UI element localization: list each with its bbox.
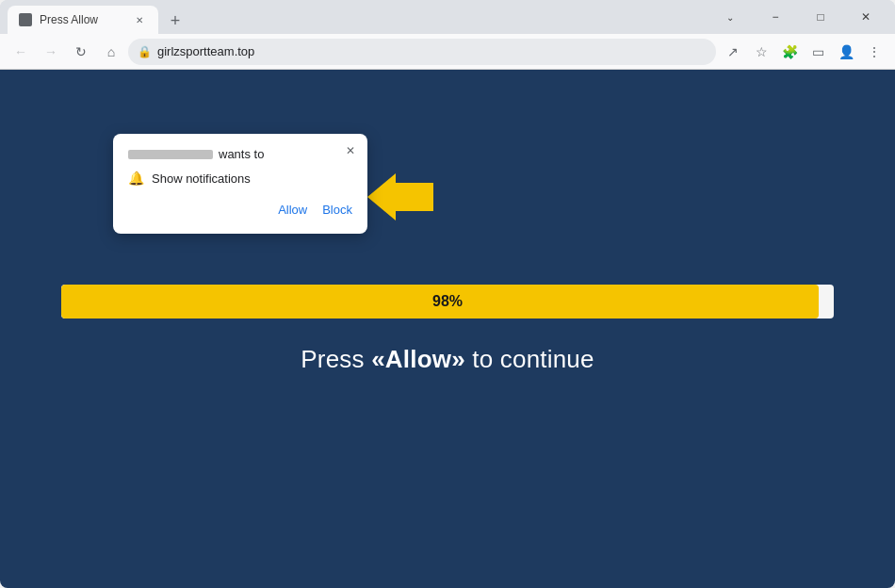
address-bar[interactable]: 🔒 girlzsportteam.top — [128, 39, 716, 65]
active-tab[interactable]: Press Allow ✕ — [8, 6, 158, 34]
lock-icon: 🔒 — [138, 45, 152, 58]
svg-marker-0 — [367, 173, 433, 220]
popup-close-button[interactable]: ✕ — [341, 141, 360, 160]
popup-site-name-redacted — [128, 150, 213, 159]
arrow-icon — [367, 173, 433, 220]
profile-button[interactable]: 👤 — [833, 39, 859, 65]
menu-button[interactable]: ⋮ — [861, 39, 887, 65]
sidebar-button[interactable]: ▭ — [805, 39, 831, 65]
window-controls: ⌄ − □ ✕ — [708, 2, 887, 32]
allow-button[interactable]: Allow — [278, 199, 307, 220]
permission-popup: ✕ wants to 🔔 Show notifications Allow Bl… — [113, 134, 367, 234]
progress-bar-container: 98% — [61, 285, 834, 318]
url-text: girlzsportteam.top — [157, 44, 707, 58]
browser-content: 98% Press «Allow» to continue ✕ wants to… — [0, 70, 895, 588]
bell-icon: 🔔 — [128, 171, 144, 186]
reload-button[interactable]: ↻ — [68, 39, 94, 65]
press-allow-instruction: Press «Allow» to continue — [301, 345, 594, 374]
popup-header: wants to — [128, 147, 352, 161]
toolbar-right: ↗ ☆ 🧩 ▭ 👤 ⋮ — [720, 39, 887, 65]
tab-close-button[interactable]: ✕ — [132, 12, 147, 27]
popup-notification-row: 🔔 Show notifications — [128, 171, 352, 186]
address-bar-row: ← → ↻ ⌂ 🔒 girlzsportteam.top ↗ ☆ 🧩 ▭ 👤 ⋮ — [0, 34, 895, 70]
popup-actions: Allow Block — [128, 199, 352, 220]
tab-favicon — [19, 13, 32, 26]
share-button[interactable]: ↗ — [720, 39, 746, 65]
close-button[interactable]: ✕ — [844, 2, 887, 32]
progress-label: 98% — [432, 293, 463, 310]
back-button[interactable]: ← — [8, 39, 34, 65]
show-notifications-label: Show notifications — [152, 172, 251, 186]
tab-area: Press Allow ✕ + — [8, 0, 705, 34]
tab-title: Press Allow — [40, 13, 124, 26]
arrow-indicator — [367, 173, 433, 228]
browser-window: Press Allow ✕ + ⌄ − □ ✕ ← → ↻ ⌂ 🔒 girlzs… — [0, 0, 895, 588]
block-button[interactable]: Block — [322, 199, 352, 220]
maximize-button[interactable]: □ — [799, 2, 842, 32]
popup-wants-to-text: wants to — [219, 147, 264, 161]
home-button[interactable]: ⌂ — [98, 39, 124, 65]
title-bar: Press Allow ✕ + ⌄ − □ ✕ — [0, 0, 895, 34]
extensions-button[interactable]: 🧩 — [776, 39, 803, 65]
new-tab-button[interactable]: + — [162, 8, 188, 34]
forward-button[interactable]: → — [38, 39, 64, 65]
tab-strip-chevron[interactable]: ⌄ — [708, 2, 752, 32]
minimize-button[interactable]: − — [754, 2, 797, 32]
bookmark-button[interactable]: ☆ — [748, 39, 774, 65]
